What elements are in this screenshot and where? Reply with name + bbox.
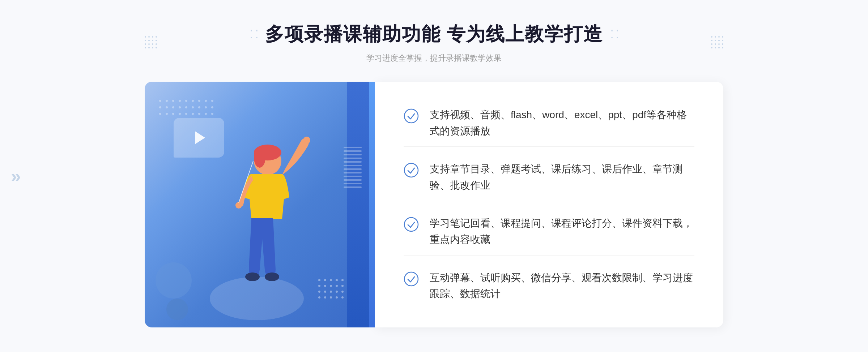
feature-item-1: 支持视频、音频、flash、word、excel、ppt、pdf等各种格式的资源… [404,100,694,147]
main-title: 多项录播课辅助功能 专为线上教学打造 [265,22,603,47]
svg-point-5 [245,272,260,281]
human-figure [195,132,318,327]
header-section: ⁚ ⁚ 多项录播课辅助功能 专为线上教学打造 ⁚ ⁚ 学习进度全掌握，提升录播课… [250,0,618,64]
circle-deco-small [166,299,188,320]
feature-text-2: 支持章节目录、弹题考试、课后练习、课后作业、章节测验、批改作业 [430,161,694,194]
accent-bar [369,82,375,327]
svg-point-4 [303,137,310,144]
feature-item-2: 支持章节目录、弹题考试、课后练习、课后作业、章节测验、批改作业 [404,154,694,201]
svg-point-9 [404,109,418,123]
header-deco-right: ⁚ ⁚ [610,27,618,41]
check-circle-icon-2 [404,163,419,178]
svg-point-7 [235,202,242,209]
bg-dots-tl [145,36,157,48]
header-deco-left: ⁚ ⁚ [250,27,258,41]
svg-point-10 [404,163,418,177]
svg-point-3 [254,147,265,168]
content-panel: 支持视频、音频、flash、word、excel、ppt、pdf等各种格式的资源… [375,82,723,327]
bg-dots-tr [711,36,723,48]
feature-item-4: 互动弹幕、试听购买、微信分享、观看次数限制、学习进度跟踪、数据统计 [404,263,694,310]
feature-item-3: 学习笔记回看、课程提问、课程评论打分、课件资料下载，重点内容收藏 [404,208,694,256]
illustration-panel [145,82,369,327]
feature-text-3: 学习笔记回看、课程提问、课程评论打分、课件资料下载，重点内容收藏 [430,215,694,248]
check-circle-icon-3 [404,217,419,232]
svg-point-6 [265,272,279,281]
circle-deco-large [156,262,192,299]
sub-title: 学习进度全掌握，提升录播课教学效果 [250,53,618,64]
header-decorators: ⁚ ⁚ 多项录播课辅助功能 专为线上教学打造 ⁚ ⁚ [250,22,618,47]
check-circle-icon-4 [404,271,419,287]
svg-point-0 [210,277,304,320]
svg-point-11 [404,218,418,231]
svg-point-12 [404,272,418,286]
stripe-decoration [344,147,362,190]
page-container: » ⁚ ⁚ 多项录播课辅助功能 专为线上教学打造 ⁚ ⁚ 学习进度全掌握，提升录… [0,0,868,352]
feature-text-1: 支持视频、音频、flash、word、excel、ppt、pdf等各种格式的资源… [430,107,694,139]
check-circle-icon-1 [404,108,419,124]
content-area: 支持视频、音频、flash、word、excel、ppt、pdf等各种格式的资源… [145,82,723,327]
chevron-left-icon: » [11,166,21,186]
feature-text-4: 互动弹幕、试听购买、微信分享、观看次数限制、学习进度跟踪、数据统计 [430,270,694,302]
blue-strip [347,82,369,327]
